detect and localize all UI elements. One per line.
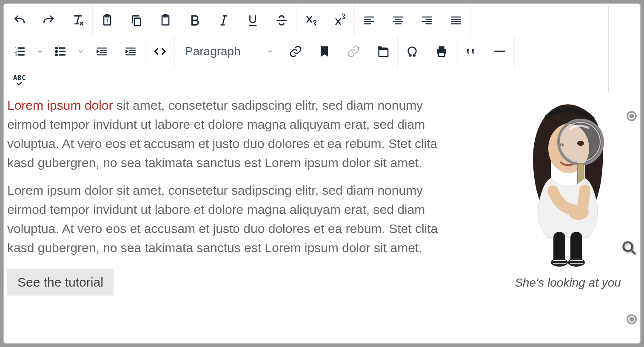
horizontal-rule-button[interactable]: [485, 36, 514, 67]
undo-button[interactable]: [5, 5, 34, 36]
underline-button[interactable]: [238, 5, 267, 36]
svg-rect-15: [439, 53, 444, 57]
bookmark-button[interactable]: [310, 36, 339, 67]
align-center-button[interactable]: [384, 5, 413, 36]
zoom-icon[interactable]: [621, 240, 637, 256]
paragraph-format-select[interactable]: Paragraph: [175, 36, 281, 67]
superscript-button[interactable]: [325, 5, 354, 36]
svg-point-30: [630, 318, 633, 321]
print-button[interactable]: [427, 36, 456, 67]
file-browser-button[interactable]: [368, 36, 397, 67]
resize-handle-top[interactable]: [625, 110, 638, 122]
unordered-list-dropdown[interactable]: [75, 36, 87, 67]
svg-point-23: [568, 205, 589, 220]
lorem-link[interactable]: Lorem ipsum dolor: [7, 98, 113, 112]
image-caption: She's looking at you: [504, 276, 632, 290]
outdent-button[interactable]: [87, 36, 116, 67]
image-figure: She's looking at you: [504, 97, 632, 290]
align-justify-button[interactable]: [442, 5, 470, 36]
ordered-list-button[interactable]: 123: [5, 36, 34, 67]
content-editable-area[interactable]: She's looking at you Lorem ipsum dolor s…: [4, 94, 640, 343]
unlink-button[interactable]: [339, 36, 368, 67]
resize-handle-bottom[interactable]: [625, 313, 638, 326]
svg-point-11: [56, 54, 57, 56]
bold-button[interactable]: [180, 5, 209, 36]
toolbar: T: [5, 5, 609, 93]
svg-point-10: [56, 51, 57, 52]
special-char-button[interactable]: [398, 36, 427, 67]
ordered-list-dropdown[interactable]: [34, 36, 46, 67]
strikethrough-button[interactable]: [267, 5, 296, 36]
toolbar-row-1: T: [5, 5, 608, 36]
spellcheck-label: ABC: [13, 74, 26, 82]
align-right-button[interactable]: [413, 5, 442, 36]
toolbar-row-2: 123 Paragraph: [5, 36, 608, 67]
see-tutorial-button[interactable]: See the tutorial: [7, 269, 114, 296]
svg-point-20: [577, 141, 584, 146]
blockquote-button[interactable]: [456, 36, 485, 67]
svg-rect-3: [134, 18, 141, 26]
copy-button[interactable]: [122, 5, 151, 36]
paragraph-format-label: Paragraph: [185, 45, 241, 58]
svg-rect-13: [439, 46, 444, 49]
italic-button[interactable]: [209, 5, 238, 36]
paragraph-1[interactable]: Lorem ipsum dolor sit amet, consetetur s…: [7, 96, 458, 172]
person-with-magnifier-image[interactable]: [513, 97, 623, 267]
editor: T: [3, 3, 641, 344]
svg-rect-12: [379, 49, 388, 57]
svg-point-25: [568, 258, 585, 267]
link-button[interactable]: [281, 36, 310, 67]
svg-text:T: T: [105, 18, 109, 24]
paste-button[interactable]: [151, 5, 180, 36]
paste-text-button[interactable]: T: [93, 5, 122, 36]
svg-point-28: [630, 114, 633, 118]
spellcheck-button[interactable]: ABC: [5, 67, 34, 93]
redo-button[interactable]: [34, 5, 63, 36]
svg-point-24: [551, 258, 568, 267]
clear-format-button[interactable]: [63, 5, 92, 36]
toolbar-row-3: ABC: [5, 67, 608, 93]
code-button[interactable]: [145, 36, 174, 67]
indent-button[interactable]: [116, 36, 145, 67]
svg-point-9: [56, 47, 57, 49]
unordered-list-button[interactable]: [46, 36, 75, 67]
paragraph-2[interactable]: Lorem ipsum dolor sit amet, consetetur s…: [7, 181, 458, 257]
subscript-button[interactable]: [296, 5, 325, 36]
svg-text:3: 3: [15, 53, 17, 57]
align-left-button[interactable]: [355, 5, 384, 36]
